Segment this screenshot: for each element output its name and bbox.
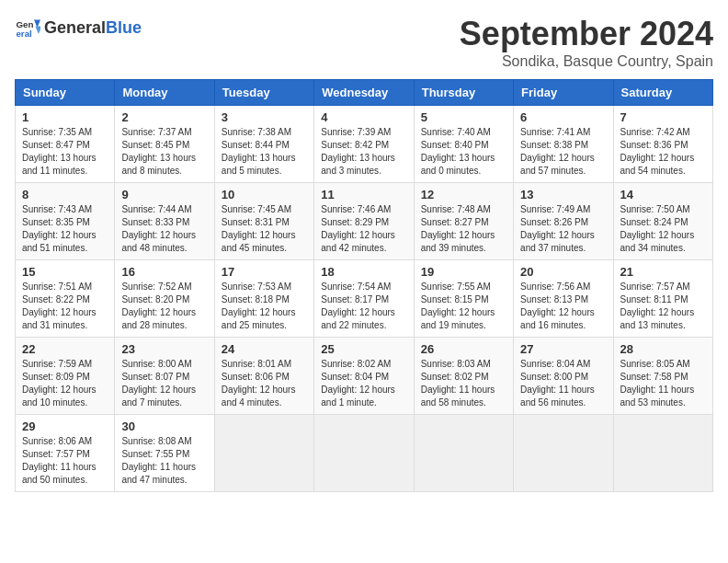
header: Gen eral GeneralBlue September 2024 Sond… [15,15,713,70]
calendar-cell: 23 Sunrise: 8:00 AM Sunset: 8:07 PM Dayl… [115,338,214,415]
daylight-label: Daylight: 12 hours and 10 minutes. [22,385,97,408]
svg-text:eral: eral [16,29,32,39]
day-content: Sunrise: 7:45 AM Sunset: 8:31 PM Dayligh… [222,203,307,255]
day-number: 2 [121,110,207,124]
sunset-label: Sunset: 7:55 PM [121,449,189,459]
sunset-label: Sunset: 8:38 PM [520,140,588,150]
calendar-week-row: 15 Sunrise: 7:51 AM Sunset: 8:22 PM Dayl… [16,260,713,338]
sunrise-label: Sunrise: 7:55 AM [421,282,491,292]
day-number: 12 [421,188,506,201]
day-number: 3 [222,110,307,124]
weekday-header-friday: Friday [514,80,613,106]
day-content: Sunrise: 8:05 AM Sunset: 7:58 PM Dayligh… [620,358,706,409]
daylight-label: Daylight: 12 hours and 48 minutes. [121,230,196,253]
day-number: 29 [22,419,108,433]
daylight-label: Daylight: 12 hours and 31 minutes. [22,307,97,330]
sunset-label: Sunset: 8:04 PM [321,372,389,382]
sunrise-label: Sunrise: 7:37 AM [121,127,191,137]
day-content: Sunrise: 7:52 AM Sunset: 8:20 PM Dayligh… [121,281,207,332]
day-number: 19 [421,265,506,279]
day-number: 4 [321,110,406,124]
sunrise-label: Sunrise: 7:45 AM [222,204,291,214]
weekday-header-sunday: Sunday [16,80,115,106]
day-number: 22 [22,342,108,356]
day-number: 17 [222,265,307,279]
sunset-label: Sunset: 8:22 PM [22,294,90,304]
sunrise-label: Sunrise: 7:56 AM [520,282,590,292]
day-content: Sunrise: 7:49 AM Sunset: 8:26 PM Dayligh… [520,203,606,255]
day-content: Sunrise: 8:06 AM Sunset: 7:57 PM Dayligh… [22,435,108,487]
daylight-label: Daylight: 12 hours and 54 minutes. [620,153,695,176]
calendar-week-row: 22 Sunrise: 7:59 AM Sunset: 8:09 PM Dayl… [16,338,713,415]
day-content: Sunrise: 7:40 AM Sunset: 8:40 PM Dayligh… [421,126,506,178]
sunrise-label: Sunrise: 7:39 AM [321,127,391,137]
daylight-label: Daylight: 12 hours and 13 minutes. [620,307,695,330]
sunset-label: Sunset: 8:24 PM [620,217,688,227]
sunrise-label: Sunrise: 8:02 AM [321,359,391,369]
logo-icon: Gen eral [15,15,40,40]
day-content: Sunrise: 7:42 AM Sunset: 8:36 PM Dayligh… [620,126,706,178]
daylight-label: Daylight: 13 hours and 3 minutes. [321,153,395,176]
calendar-cell: 29 Sunrise: 8:06 AM Sunset: 7:57 PM Dayl… [16,415,115,492]
sunset-label: Sunset: 8:27 PM [421,217,489,227]
sunset-label: Sunset: 8:33 PM [121,217,189,227]
sunset-label: Sunset: 8:15 PM [421,294,489,304]
sunset-label: Sunset: 8:42 PM [321,140,389,150]
calendar-cell: 13 Sunrise: 7:49 AM Sunset: 8:26 PM Dayl… [514,183,613,260]
calendar-cell: 30 Sunrise: 8:08 AM Sunset: 7:55 PM Dayl… [115,415,214,492]
daylight-label: Daylight: 12 hours and 51 minutes. [22,230,97,253]
day-content: Sunrise: 7:59 AM Sunset: 8:09 PM Dayligh… [22,358,108,409]
sunset-label: Sunset: 8:13 PM [520,294,588,304]
daylight-label: Daylight: 12 hours and 25 minutes. [222,307,296,330]
logo: Gen eral GeneralBlue [15,15,142,40]
daylight-label: Daylight: 12 hours and 45 minutes. [222,230,296,253]
daylight-label: Daylight: 13 hours and 11 minutes. [22,153,97,176]
month-title: September 2024 [460,15,713,53]
sunrise-label: Sunrise: 7:53 AM [222,282,291,292]
daylight-label: Daylight: 12 hours and 28 minutes. [121,307,196,330]
logo-general-text: General [44,18,106,37]
calendar-week-row: 1 Sunrise: 7:35 AM Sunset: 8:47 PM Dayli… [16,106,713,183]
calendar-cell: 15 Sunrise: 7:51 AM Sunset: 8:22 PM Dayl… [16,260,115,338]
calendar-cell: 3 Sunrise: 7:38 AM Sunset: 8:44 PM Dayli… [214,106,313,183]
day-number: 13 [520,188,606,201]
sunrise-label: Sunrise: 7:57 AM [620,282,690,292]
sunrise-label: Sunrise: 8:06 AM [22,436,92,446]
sunset-label: Sunset: 8:00 PM [520,372,588,382]
daylight-label: Daylight: 12 hours and 22 minutes. [321,307,395,330]
daylight-label: Daylight: 11 hours and 53 minutes. [620,385,695,408]
calendar-cell: 22 Sunrise: 7:59 AM Sunset: 8:09 PM Dayl… [16,338,115,415]
daylight-label: Daylight: 12 hours and 16 minutes. [520,307,595,330]
calendar-cell [314,415,414,492]
daylight-label: Daylight: 12 hours and 42 minutes. [321,230,395,253]
daylight-label: Daylight: 12 hours and 1 minute. [321,385,395,408]
logo-blue-text: Blue [106,18,142,37]
calendar-cell: 26 Sunrise: 8:03 AM Sunset: 8:02 PM Dayl… [414,338,513,415]
daylight-label: Daylight: 12 hours and 37 minutes. [520,230,595,253]
day-number: 28 [620,342,706,356]
daylight-label: Daylight: 11 hours and 47 minutes. [121,462,196,485]
day-content: Sunrise: 8:02 AM Sunset: 8:04 PM Dayligh… [321,358,406,409]
calendar-cell: 17 Sunrise: 7:53 AM Sunset: 8:18 PM Dayl… [214,260,313,338]
day-content: Sunrise: 7:53 AM Sunset: 8:18 PM Dayligh… [222,281,307,332]
sunset-label: Sunset: 7:58 PM [620,372,688,382]
calendar-cell: 28 Sunrise: 8:05 AM Sunset: 7:58 PM Dayl… [613,338,712,415]
sunrise-label: Sunrise: 7:44 AM [121,204,191,214]
sunset-label: Sunset: 8:07 PM [121,372,189,382]
weekday-header-wednesday: Wednesday [314,80,414,106]
sunrise-label: Sunrise: 7:41 AM [520,127,590,137]
daylight-label: Daylight: 12 hours and 19 minutes. [421,307,495,330]
daylight-label: Daylight: 12 hours and 34 minutes. [620,230,695,253]
weekday-header-saturday: Saturday [613,80,712,106]
calendar-cell: 27 Sunrise: 8:04 AM Sunset: 8:00 PM Dayl… [514,338,613,415]
sunrise-label: Sunrise: 8:05 AM [620,359,690,369]
sunset-label: Sunset: 7:57 PM [22,449,90,459]
sunset-label: Sunset: 8:29 PM [321,217,389,227]
sunrise-label: Sunrise: 8:04 AM [520,359,590,369]
sunrise-label: Sunrise: 7:54 AM [321,282,391,292]
sunset-label: Sunset: 8:36 PM [620,140,688,150]
calendar-cell: 21 Sunrise: 7:57 AM Sunset: 8:11 PM Dayl… [613,260,712,338]
day-number: 7 [620,110,706,124]
day-content: Sunrise: 7:50 AM Sunset: 8:24 PM Dayligh… [620,203,706,255]
day-number: 26 [421,342,506,356]
